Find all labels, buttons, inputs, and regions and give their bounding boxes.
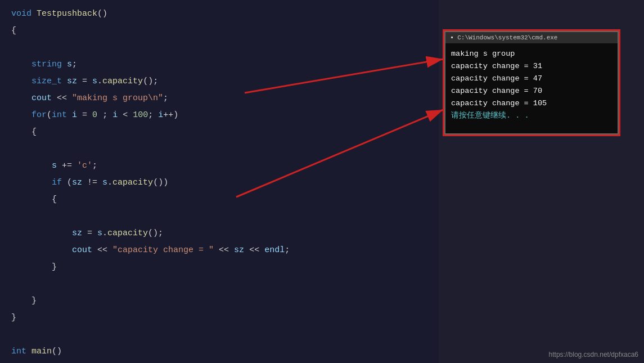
terminal-window: ▪ C:\Windows\system32\cmd.exe making s g… — [444, 31, 619, 135]
code-line: { — [11, 124, 427, 141]
terminal-title: C:\Windows\system32\cmd.exe — [457, 34, 557, 41]
code-line: } — [11, 259, 427, 276]
code-line: s += 'c'; — [11, 158, 427, 174]
code-line — [11, 39, 427, 56]
code-line: size_t sz = s.capacity(); — [11, 73, 427, 90]
watermark: https://blog.csdn.net/dpfxaca6 — [549, 351, 638, 358]
terminal-icon: ▪ — [450, 34, 454, 42]
terminal-line: capacity change = 70 — [451, 85, 612, 97]
terminal-line: capacity change = 47 — [451, 73, 612, 85]
code-line: if (sz != s.capacity()) — [11, 174, 427, 191]
code-line: cout << "making s group\n"; — [11, 90, 427, 107]
code-line: sz = s.capacity(); — [11, 225, 427, 242]
code-editor: void Testpushback(){ string s; size_t sz… — [0, 0, 439, 363]
code-line: } — [11, 293, 427, 310]
code-line: { — [11, 191, 427, 208]
code-line — [11, 276, 427, 293]
code-line: for(int i = 0 ; i < 100; i++) — [11, 107, 427, 124]
code-line: } — [11, 310, 427, 326]
terminal-line: 请按任意键继续. . . — [451, 110, 612, 122]
code-line: { — [11, 23, 427, 39]
code-line: int main() — [11, 343, 427, 360]
code-line: { — [11, 360, 427, 363]
code-line: string s; — [11, 56, 427, 73]
code-line: void Testpushback() — [11, 6, 427, 23]
terminal-titlebar: ▪ C:\Windows\system32\cmd.exe — [445, 32, 618, 43]
terminal-line: making s group — [451, 48, 612, 60]
terminal-line: capacity change = 31 — [451, 60, 612, 73]
terminal-body: making s groupcapacity change = 31capaci… — [445, 43, 618, 133]
code-line: cout << "capacity change = " << sz << en… — [11, 242, 427, 259]
code-line — [11, 208, 427, 225]
terminal-line: capacity change = 105 — [451, 97, 612, 110]
code-line — [11, 326, 427, 343]
code-line — [11, 141, 427, 158]
